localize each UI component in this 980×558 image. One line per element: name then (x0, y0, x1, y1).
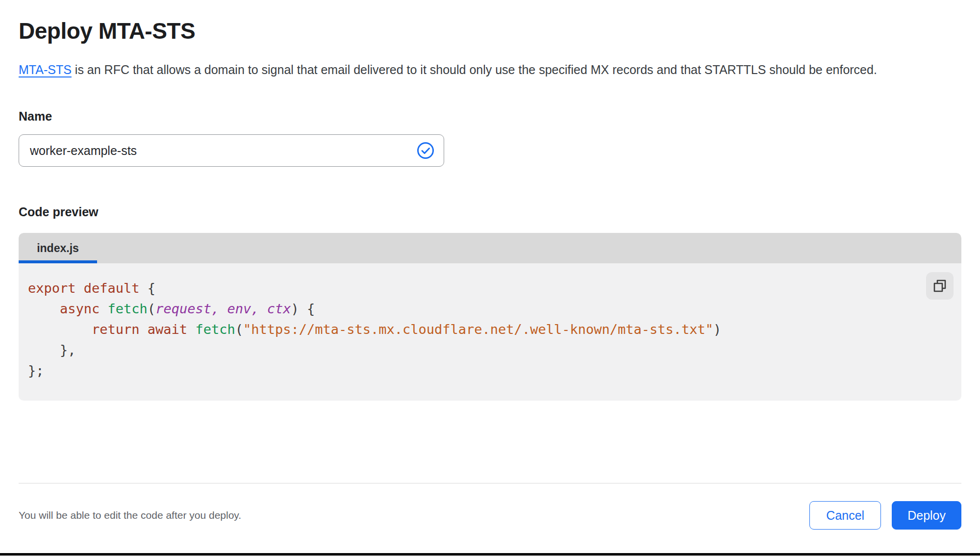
description-text: MTA-STS is an RFC that allows a domain t… (19, 59, 953, 81)
window-bottom-border (0, 553, 980, 556)
code-line: return await fetch("https://mta-sts.mx.c… (28, 319, 903, 340)
name-input-wrap (19, 134, 444, 167)
footer-note: You will be able to edit the code after … (19, 509, 241, 521)
code-tab-bar: index.js (19, 233, 961, 263)
description-body: is an RFC that allows a domain to signal… (72, 63, 877, 76)
mta-sts-link[interactable]: MTA-STS (19, 63, 72, 76)
name-input[interactable] (19, 134, 444, 167)
code-area: export default { async fetch(request, en… (19, 263, 961, 401)
page-title: Deploy MTA-STS (19, 18, 961, 44)
code-preview-label: Code preview (19, 205, 961, 219)
tab-index-js[interactable]: index.js (19, 233, 97, 263)
code-line: async fetch(request, env, ctx) { (28, 299, 903, 319)
copy-icon (932, 279, 947, 293)
cancel-button[interactable]: Cancel (809, 501, 881, 530)
check-circle-icon (417, 142, 434, 159)
deploy-button[interactable]: Deploy (892, 501, 961, 530)
tab-label: index.js (37, 242, 79, 255)
deploy-mta-sts-page: Deploy MTA-STS MTA-STS is an RFC that al… (0, 18, 980, 401)
footer-actions: Cancel Deploy (809, 501, 961, 530)
footer-bar: You will be able to edit the code after … (19, 483, 961, 530)
code-preview-panel: index.js export default { async fetch(re… (19, 233, 961, 401)
name-label: Name (19, 109, 961, 124)
code-line: }; (28, 360, 903, 381)
code-line: export default { (28, 278, 903, 299)
code-line: }, (28, 340, 903, 360)
code-content: export default { async fetch(request, en… (28, 278, 903, 381)
copy-code-button[interactable] (926, 272, 954, 300)
